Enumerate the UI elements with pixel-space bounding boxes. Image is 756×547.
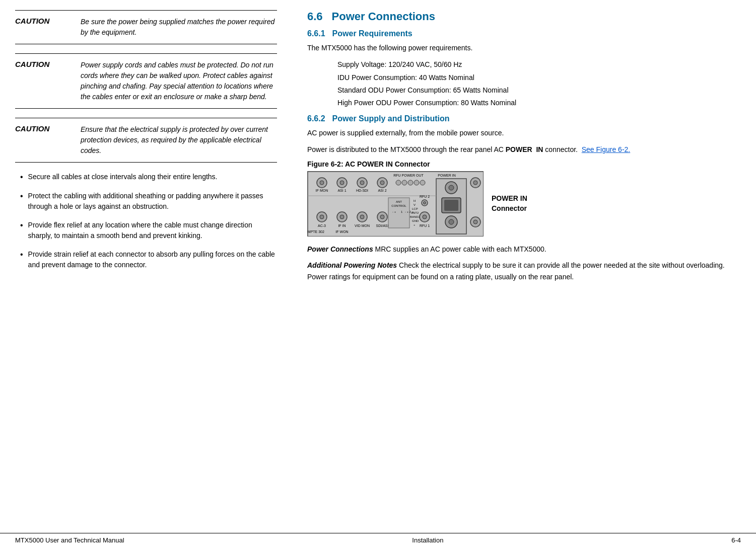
bullet-list: Secure all cables at close intervals alo… — [15, 172, 277, 270]
svg-point-37 — [340, 215, 344, 219]
svg-text:IF MON: IF MON — [316, 189, 328, 192]
svg-point-44 — [380, 215, 384, 219]
svg-text:ANT: ANT — [396, 200, 402, 203]
svg-point-28 — [473, 181, 477, 185]
caution-text-3: Ensure that the electrical supply is pro… — [81, 124, 277, 156]
svg-point-22 — [449, 185, 454, 190]
svg-point-11 — [380, 181, 384, 185]
svg-text:CONTROL: CONTROL — [391, 204, 406, 207]
power-connections-note: Power Connections MRC supplies an AC pow… — [307, 244, 741, 255]
power-connections-bold: Power Connections — [307, 245, 373, 253]
spec-4: High Power ODU Power Consumption: 80 Wat… — [337, 97, 741, 109]
caution-label-2: CAUTION — [15, 60, 81, 68]
svg-text:V: V — [414, 203, 416, 206]
footer-product-name: MTX5000 — [15, 536, 43, 544]
svg-point-60 — [423, 215, 427, 219]
figure-container: IF MON ASI 1 HD-SDI ASI 2 — [307, 171, 741, 237]
spec-2: IDU Power Consumption: 40 Watts Nominal — [337, 71, 741, 84]
list-item-1: Secure all cables at close intervals alo… — [15, 172, 277, 183]
figure-connector-label: POWER INConnector — [492, 194, 527, 213]
power-supply-para-1: AC power is supplied externally, from th… — [307, 127, 741, 138]
svg-text:-  +: - + — [392, 210, 396, 213]
svg-text:RFU POWER OUT: RFU POWER OUT — [393, 174, 424, 177]
svg-text:POWER IN: POWER IN — [438, 174, 455, 177]
section-heading: Power Connections — [332, 10, 435, 23]
page-container: CAUTION Be sure the power being supplied… — [0, 0, 756, 547]
svg-text:ASI 2: ASI 2 — [378, 189, 386, 192]
svg-point-41 — [360, 215, 364, 219]
svg-text:VID MON: VID MON — [355, 224, 370, 227]
svg-text:SMPTE 302: SMPTE 302 — [308, 230, 324, 233]
figure-link[interactable]: See Figure 6-2. — [582, 145, 631, 153]
caution-label-3: CAUTION — [15, 124, 81, 133]
svg-text:SDI/ASI: SDI/ASI — [376, 224, 389, 227]
svg-point-8 — [360, 181, 364, 185]
right-column: 6.6Power Connections 6.6.1Power Requirem… — [297, 10, 741, 533]
svg-text:IF WON: IF WON — [335, 230, 348, 233]
footer-product-suffix: User and Technical Manual — [43, 536, 124, 544]
main-content: CAUTION Be sure the power being supplied… — [0, 0, 756, 533]
caution-label-1: CAUTION — [15, 17, 81, 25]
svg-text:BAND2: BAND2 — [410, 215, 421, 218]
subsection-num-2: 6.6.2 — [307, 114, 325, 123]
svg-point-30 — [473, 220, 477, 224]
page-footer: MTX5000 User and Technical Manual Instal… — [0, 533, 756, 547]
svg-text:ANT2: ANT2 — [411, 211, 419, 214]
list-item-4: Provide strain relief at each connector … — [15, 249, 277, 270]
caution-block-3: CAUTION Ensure that the electrical suppl… — [15, 118, 277, 163]
caution-block-1: CAUTION Be sure the power being supplied… — [15, 10, 277, 44]
panel-svg: IF MON ASI 1 HD-SDI ASI 2 — [308, 172, 484, 237]
power-in-label: POWER INConnector — [492, 194, 527, 213]
panel-image: IF MON ASI 1 HD-SDI ASI 2 — [307, 171, 484, 237]
footer-center: Installation — [412, 536, 443, 544]
power-req-intro: The MTX5000 has the following power requ… — [307, 42, 741, 53]
section-number: 6.6 — [307, 10, 323, 23]
svg-rect-26 — [444, 200, 458, 211]
subsection-title-2: 6.6.2Power Supply and Distribution — [307, 114, 741, 123]
svg-point-15 — [402, 180, 407, 185]
svg-text:HD-SDI: HD-SDI — [356, 189, 368, 192]
footer-page: 6-4 — [731, 536, 741, 544]
svg-text:RFU 1: RFU 1 — [420, 224, 430, 227]
svg-text:GND: GND — [412, 219, 419, 222]
svg-text:ASI 1: ASI 1 — [337, 189, 346, 192]
svg-text:RFU 2: RFU 2 — [420, 195, 430, 198]
caution-block-2: CAUTION Power supply cords and cables mu… — [15, 53, 277, 109]
svg-point-14 — [396, 180, 401, 185]
svg-point-5 — [340, 181, 344, 185]
svg-point-18 — [420, 180, 425, 185]
power-supply-para-2: Power is distributed to the MTX5000 thro… — [307, 144, 741, 155]
caution-text-1: Be sure the power being supplied matches… — [81, 17, 277, 38]
left-column: CAUTION Be sure the power being supplied… — [15, 10, 297, 533]
list-item-2: Protect the cabling with additional shea… — [15, 191, 277, 212]
spec-1: Supply Voltage: 120/240 VAC, 50/60 Hz — [337, 58, 741, 71]
caution-text-2: Power supply cords and cables must be pr… — [81, 60, 277, 102]
svg-text:IF IN: IF IN — [338, 224, 346, 227]
spec-3: Standard ODU Power Consumption: 65 Watts… — [337, 84, 741, 97]
svg-text:LCP: LCP — [412, 207, 418, 210]
power-in-bold: POWER IN — [506, 145, 543, 153]
section-title: 6.6Power Connections — [307, 10, 741, 23]
svg-text:AC-3: AC-3 — [318, 224, 326, 227]
svg-point-33 — [320, 215, 324, 219]
svg-text:H: H — [414, 199, 416, 202]
svg-point-16 — [408, 180, 413, 185]
list-item-3: Provide flex relief at any location wher… — [15, 220, 277, 241]
svg-point-64 — [424, 201, 426, 204]
subsection-heading-1: Power Requirements — [332, 29, 413, 38]
svg-point-24 — [449, 219, 454, 224]
additional-powering-note: Additional Powering Notes Check the elec… — [307, 260, 741, 282]
subsection-num-1: 6.6.1 — [307, 29, 325, 38]
additional-powering-bold: Additional Powering Notes — [307, 261, 397, 269]
subsection-heading-2: Power Supply and Distribution — [332, 114, 450, 123]
figure-title: Figure 6-2: AC POWER IN Connector — [307, 160, 741, 168]
svg-text:+: + — [414, 223, 416, 226]
footer-product: MTX5000 User and Technical Manual — [15, 536, 124, 544]
subsection-title-1: 6.6.1Power Requirements — [307, 29, 741, 38]
svg-point-17 — [414, 180, 419, 185]
svg-point-2 — [320, 181, 324, 185]
specs-block: Supply Voltage: 120/240 VAC, 50/60 Hz ID… — [337, 58, 741, 109]
